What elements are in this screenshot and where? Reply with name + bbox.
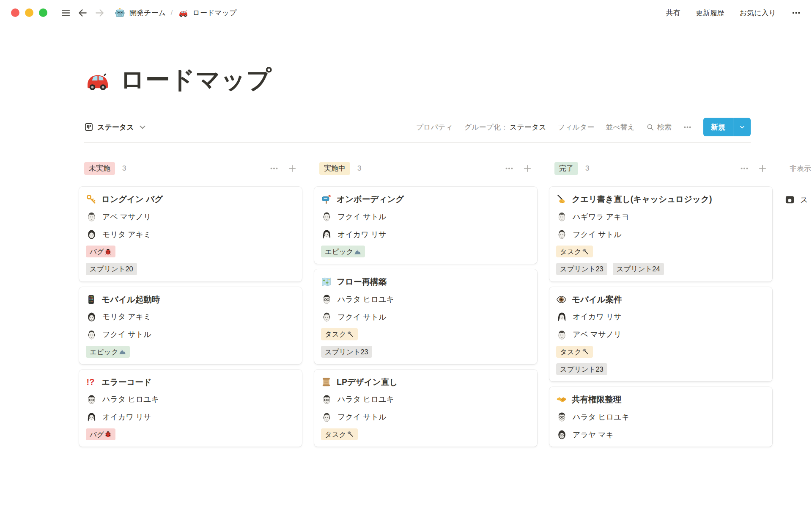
board-card[interactable]: オンボーディングフクイ サトルオイカワ リサエピック	[314, 187, 537, 264]
tag-row: エピック	[321, 246, 530, 257]
breadcrumb: 開発チーム / ロードマップ	[115, 8, 237, 18]
search-button[interactable]: 検索	[646, 122, 672, 132]
person-name: ハラタ ヒロユキ	[573, 412, 629, 422]
hidden-group-label: ス	[800, 195, 808, 205]
share-button[interactable]: 共有	[666, 8, 680, 18]
column-header: 完了3	[549, 161, 772, 176]
board-card[interactable]: フロー再構築ハラタ ヒロユキフクイ サトルタスクスプリント23	[314, 269, 537, 364]
avatar	[321, 229, 332, 240]
hammer-icon	[582, 248, 589, 255]
hammer-icon	[347, 331, 354, 338]
person-row: ハラタ ヒロユキ	[556, 411, 765, 422]
board-column: 未実施3ロングイン バグアベ マサノリモリタ アキミバグスプリント20モバイル起…	[79, 161, 302, 452]
breadcrumb-page[interactable]: ロードマップ	[193, 8, 237, 18]
topbar-actions: 共有 更新履歴 お気に入り	[666, 8, 801, 18]
column-status-badge[interactable]: 未実施	[84, 162, 115, 175]
group-by-button[interactable]: グループ化： ステータス	[464, 122, 546, 132]
mountain-icon	[119, 348, 126, 355]
handshake-icon	[556, 394, 567, 405]
hidden-label: 非表示	[790, 164, 811, 174]
more-menu-icon[interactable]	[791, 8, 801, 18]
filter-button[interactable]: フィルター	[558, 122, 595, 132]
column-count: 3	[357, 164, 361, 173]
avatar	[86, 394, 97, 405]
tag-row: タスク	[321, 328, 530, 340]
column-menu-icon[interactable]	[269, 164, 279, 173]
page-car-icon[interactable]	[84, 66, 111, 94]
avatar	[86, 411, 97, 423]
column-menu-icon[interactable]	[505, 164, 514, 173]
view-switcher[interactable]: ステータス	[84, 122, 147, 132]
person-name: オイカワ リサ	[337, 229, 387, 240]
person-name: ハギワラ アキヨ	[573, 212, 629, 222]
column-add-icon[interactable]	[288, 164, 297, 173]
column-status-badge[interactable]: 完了	[554, 162, 578, 175]
person-row: アラヤ マキ	[556, 429, 765, 440]
breadcrumb-team[interactable]: 開発チーム	[129, 8, 166, 18]
page-title[interactable]: ロードマップ	[120, 64, 272, 97]
avatar	[556, 311, 568, 323]
updates-button[interactable]: 更新履歴	[696, 8, 724, 18]
new-button[interactable]: 新規	[703, 118, 751, 136]
back-icon[interactable]	[77, 8, 88, 18]
car-icon	[178, 8, 189, 18]
person-name: フクイ サトル	[573, 229, 622, 240]
card-title: モバイル起動時	[86, 294, 295, 305]
board-card[interactable]: エラーコードハラタ ヒロユキオイカワ リサバグ	[79, 370, 302, 447]
mailbox-icon	[321, 194, 332, 204]
person-row: フクイ サトル	[321, 411, 530, 423]
board-card[interactable]: 共有権限整理ハラタ ヒロユキアラヤ マキ	[549, 387, 772, 447]
sort-button[interactable]: 並べ替え	[606, 122, 635, 132]
board-card[interactable]: ロングイン バグアベ マサノリモリタ アキミバグスプリント20	[79, 187, 302, 282]
favorites-button[interactable]: お気に入り	[740, 8, 776, 18]
hidden-group-row[interactable]: ス	[785, 194, 812, 205]
person-name: フクイ サトル	[337, 412, 387, 422]
column-add-icon[interactable]	[758, 164, 767, 173]
eye-icon	[556, 294, 567, 305]
properties-button[interactable]: プロパティ	[416, 122, 453, 132]
zoom-window-button[interactable]	[39, 8, 47, 17]
board-card[interactable]: モバイル起動時モリタ アキミフクイ サトルエピック	[79, 287, 302, 364]
board-card[interactable]: クエリ書き直し(キャッシュロジック)ハギワラ アキヨフクイ サトルタスクスプリン…	[549, 187, 772, 282]
tag-label: タスク	[325, 430, 346, 439]
new-button-label[interactable]: 新規	[703, 118, 733, 136]
card-title: フロー再構築	[321, 276, 530, 287]
minimize-window-button[interactable]	[25, 8, 33, 17]
person-row: フクイ サトル	[321, 311, 530, 323]
tag-label: タスク	[560, 247, 582, 256]
column-header: 未実施3	[79, 161, 302, 176]
card-title: モバイル案件	[556, 294, 765, 305]
sidebar-toggle-icon[interactable]	[60, 8, 71, 18]
forward-icon[interactable]	[94, 8, 105, 18]
board-column: 完了3クエリ書き直し(キャッシュロジック)ハギワラ アキヨフクイ サトルタスクス…	[549, 161, 772, 452]
avatar	[86, 211, 97, 222]
tag-label: タスク	[560, 347, 582, 356]
tag-row: バグ	[86, 428, 295, 440]
column-menu-icon[interactable]	[740, 164, 749, 173]
avatar	[86, 329, 97, 340]
avatar	[321, 211, 332, 222]
card-title: クエリ書き直し(キャッシュロジック)	[556, 194, 765, 204]
mountain-icon	[354, 248, 361, 255]
column-status-badge[interactable]: 実施中	[319, 162, 350, 175]
tag-row: スプリント23	[556, 363, 765, 375]
tag-label: スプリント23	[560, 364, 604, 374]
view-options-icon[interactable]	[683, 123, 692, 132]
tag-badge: エピック	[321, 246, 365, 257]
column-add-icon[interactable]	[523, 164, 532, 173]
board-card[interactable]: モバイル案件オイカワ リサアベ マサノリタスクスプリント23	[549, 287, 772, 382]
board-view-icon	[84, 122, 93, 132]
new-button-dropdown[interactable]	[733, 118, 751, 136]
person-row: オイカワ リサ	[556, 311, 765, 323]
avatar	[556, 211, 568, 222]
close-window-button[interactable]	[11, 8, 19, 17]
hammer-icon	[347, 431, 354, 438]
board: 未実施3ロングイン バグアベ マサノリモリタ アキミバグスプリント20モバイル起…	[0, 161, 812, 452]
tag-badge: バグ	[86, 428, 115, 440]
column-tools	[505, 164, 532, 173]
person-row: フクイ サトル	[321, 211, 530, 222]
card-title-text: モバイル起動時	[102, 294, 160, 304]
tag-row: スプリント23スプリント24	[556, 263, 765, 275]
board-card[interactable]: LPデザイン直しハラタ ヒロユキフクイ サトルタスク	[314, 370, 537, 447]
hidden-column: 非表示ス	[785, 161, 812, 205]
